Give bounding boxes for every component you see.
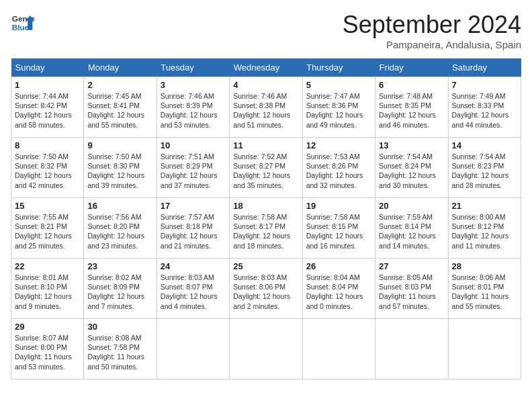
day-number: 1 [15, 80, 80, 90]
day-number: 21 [452, 201, 517, 211]
cell-info: Sunrise: 7:44 AMSunset: 8:42 PMDaylight:… [15, 91, 80, 130]
day-number: 13 [379, 140, 444, 150]
cell-info: Sunrise: 7:50 AMSunset: 8:30 PMDaylight:… [87, 152, 152, 190]
calendar-cell: 21Sunrise: 8:00 AMSunset: 8:12 PMDayligh… [448, 198, 521, 259]
day-number: 2 [87, 80, 152, 90]
calendar-cell: 23Sunrise: 8:02 AMSunset: 8:09 PMDayligh… [84, 259, 157, 319]
day-number: 20 [379, 201, 444, 211]
day-number: 23 [87, 261, 152, 271]
calendar-cell: 26Sunrise: 8:04 AMSunset: 8:04 PMDayligh… [302, 259, 375, 319]
day-number: 18 [233, 201, 298, 211]
day-number: 7 [452, 80, 517, 90]
calendar-cell: 6Sunrise: 7:48 AMSunset: 8:35 PMDaylight… [375, 77, 448, 138]
calendar-cell: 4Sunrise: 7:46 AMSunset: 8:38 PMDaylight… [230, 77, 302, 138]
calendar-cell: 10Sunrise: 7:51 AMSunset: 8:29 PMDayligh… [157, 138, 229, 198]
calendar-cell: 11Sunrise: 7:52 AMSunset: 8:27 PMDayligh… [230, 138, 302, 198]
day-number: 16 [87, 201, 152, 211]
calendar-cell: 20Sunrise: 7:59 AMSunset: 8:14 PMDayligh… [375, 198, 448, 259]
cell-info: Sunrise: 7:58 AMSunset: 8:15 PMDaylight:… [306, 212, 371, 250]
cell-info: Sunrise: 7:45 AMSunset: 8:41 PMDaylight:… [87, 91, 152, 130]
cell-info: Sunrise: 8:04 AMSunset: 8:04 PMDaylight:… [306, 273, 371, 311]
calendar-cell [375, 319, 448, 379]
svg-text:Blue: Blue [12, 23, 30, 32]
weekday-header: Wednesday [230, 58, 302, 77]
day-number: 8 [15, 140, 80, 150]
day-number: 28 [452, 261, 517, 271]
calendar-cell: 3Sunrise: 7:46 AMSunset: 8:39 PMDaylight… [157, 77, 229, 138]
calendar-cell: 27Sunrise: 8:05 AMSunset: 8:03 PMDayligh… [375, 259, 448, 319]
day-number: 19 [306, 201, 371, 211]
calendar-table: SundayMondayTuesdayWednesdayThursdayFrid… [11, 58, 521, 379]
day-number: 30 [87, 322, 152, 332]
day-number: 15 [15, 201, 80, 211]
calendar-cell: 12Sunrise: 7:53 AMSunset: 8:26 PMDayligh… [302, 138, 375, 198]
day-number: 3 [161, 80, 226, 90]
cell-info: Sunrise: 7:51 AMSunset: 8:29 PMDaylight:… [161, 152, 226, 190]
calendar-cell: 8Sunrise: 7:50 AMSunset: 8:32 PMDaylight… [11, 138, 84, 198]
weekday-header: Thursday [302, 58, 375, 77]
week-row: 22Sunrise: 8:01 AMSunset: 8:10 PMDayligh… [11, 259, 521, 319]
calendar-cell [230, 319, 302, 379]
cell-info: Sunrise: 7:52 AMSunset: 8:27 PMDaylight:… [233, 152, 298, 190]
calendar-cell: 7Sunrise: 7:49 AMSunset: 8:33 PMDaylight… [448, 77, 521, 138]
day-number: 5 [306, 80, 371, 90]
cell-info: Sunrise: 8:02 AMSunset: 8:09 PMDaylight:… [87, 273, 152, 311]
day-number: 14 [452, 140, 517, 150]
week-row: 8Sunrise: 7:50 AMSunset: 8:32 PMDaylight… [11, 138, 521, 198]
day-number: 10 [161, 140, 226, 150]
day-number: 6 [379, 80, 444, 90]
cell-info: Sunrise: 7:57 AMSunset: 8:18 PMDaylight:… [161, 212, 226, 250]
calendar-cell: 29Sunrise: 8:07 AMSunset: 8:00 PMDayligh… [11, 319, 84, 379]
day-number: 11 [233, 140, 298, 150]
cell-info: Sunrise: 7:54 AMSunset: 8:23 PMDaylight:… [452, 152, 517, 190]
calendar-cell: 13Sunrise: 7:54 AMSunset: 8:24 PMDayligh… [375, 138, 448, 198]
calendar-cell [448, 319, 521, 379]
calendar-cell: 17Sunrise: 7:57 AMSunset: 8:18 PMDayligh… [157, 198, 229, 259]
calendar-cell: 16Sunrise: 7:56 AMSunset: 8:20 PMDayligh… [84, 198, 157, 259]
cell-info: Sunrise: 7:56 AMSunset: 8:20 PMDaylight:… [87, 212, 152, 250]
day-number: 12 [306, 140, 371, 150]
calendar-cell: 22Sunrise: 8:01 AMSunset: 8:10 PMDayligh… [11, 259, 84, 319]
cell-info: Sunrise: 8:06 AMSunset: 8:01 PMDaylight:… [452, 273, 517, 311]
location-title: Pampaneira, Andalusia, Spain [343, 39, 521, 50]
cell-info: Sunrise: 7:58 AMSunset: 8:17 PMDaylight:… [233, 212, 298, 250]
logo-icon: General Blue [11, 11, 35, 35]
cell-info: Sunrise: 7:46 AMSunset: 8:39 PMDaylight:… [161, 91, 226, 130]
cell-info: Sunrise: 7:55 AMSunset: 8:21 PMDaylight:… [15, 212, 80, 250]
month-title: September 2024 [343, 11, 521, 39]
calendar-cell: 9Sunrise: 7:50 AMSunset: 8:30 PMDaylight… [84, 138, 157, 198]
calendar-cell: 5Sunrise: 7:47 AMSunset: 8:36 PMDaylight… [302, 77, 375, 138]
cell-info: Sunrise: 8:08 AMSunset: 7:58 PMDaylight:… [87, 333, 152, 371]
cell-info: Sunrise: 8:03 AMSunset: 8:07 PMDaylight:… [161, 273, 226, 311]
cell-info: Sunrise: 7:49 AMSunset: 8:33 PMDaylight:… [452, 91, 517, 130]
calendar-cell: 1Sunrise: 7:44 AMSunset: 8:42 PMDaylight… [11, 77, 84, 138]
cell-info: Sunrise: 7:46 AMSunset: 8:38 PMDaylight:… [233, 91, 298, 130]
day-number: 4 [233, 80, 298, 90]
calendar-cell: 19Sunrise: 7:58 AMSunset: 8:15 PMDayligh… [302, 198, 375, 259]
day-number: 26 [306, 261, 371, 271]
cell-info: Sunrise: 8:03 AMSunset: 8:06 PMDaylight:… [233, 273, 298, 311]
cell-info: Sunrise: 7:53 AMSunset: 8:26 PMDaylight:… [306, 152, 371, 190]
cell-info: Sunrise: 7:59 AMSunset: 8:14 PMDaylight:… [379, 212, 444, 250]
calendar-cell: 15Sunrise: 7:55 AMSunset: 8:21 PMDayligh… [11, 198, 84, 259]
day-number: 29 [15, 322, 80, 332]
weekday-header: Tuesday [157, 58, 229, 77]
day-number: 9 [87, 140, 152, 150]
cell-info: Sunrise: 8:01 AMSunset: 8:10 PMDaylight:… [15, 273, 80, 311]
cell-info: Sunrise: 8:07 AMSunset: 8:00 PMDaylight:… [15, 333, 80, 371]
calendar-cell: 24Sunrise: 8:03 AMSunset: 8:07 PMDayligh… [157, 259, 229, 319]
calendar-cell [157, 319, 229, 379]
week-row: 29Sunrise: 8:07 AMSunset: 8:00 PMDayligh… [11, 319, 521, 379]
calendar-cell [302, 319, 375, 379]
day-number: 17 [161, 201, 226, 211]
calendar-cell: 25Sunrise: 8:03 AMSunset: 8:06 PMDayligh… [230, 259, 302, 319]
calendar-cell: 30Sunrise: 8:08 AMSunset: 7:58 PMDayligh… [84, 319, 157, 379]
title-area: September 2024 Pampaneira, Andalusia, Sp… [343, 11, 521, 50]
page-header: General Blue September 2024 Pampaneira, … [11, 11, 521, 50]
calendar-cell: 2Sunrise: 7:45 AMSunset: 8:41 PMDaylight… [84, 77, 157, 138]
day-number: 22 [15, 261, 80, 271]
day-number: 25 [233, 261, 298, 271]
cell-info: Sunrise: 8:05 AMSunset: 8:03 PMDaylight:… [379, 273, 444, 311]
day-number: 24 [161, 261, 226, 271]
cell-info: Sunrise: 7:47 AMSunset: 8:36 PMDaylight:… [306, 91, 371, 130]
